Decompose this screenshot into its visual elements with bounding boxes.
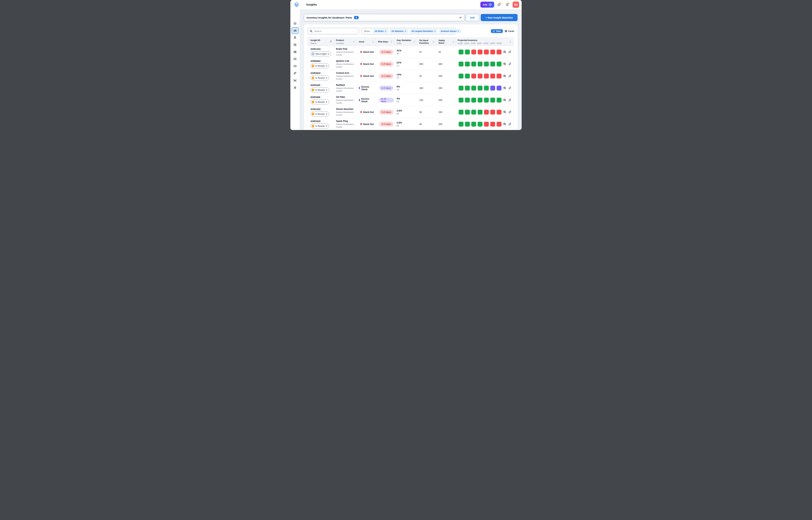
analyze-pulse-icon[interactable] bbox=[503, 62, 506, 66]
sort-icon[interactable] bbox=[432, 41, 434, 43]
sort-icon[interactable] bbox=[414, 41, 415, 43]
sidebar-item-network[interactable] bbox=[292, 78, 298, 83]
user-avatar[interactable]: RS bbox=[512, 1, 519, 8]
column-header[interactable]: On Hand Inventory bbox=[417, 37, 436, 46]
product-cell: Ignition Coil Atlanta Distribution Cente… bbox=[333, 58, 356, 70]
projection-square bbox=[478, 61, 482, 67]
table-row: SOR1632 In Review Shock Absorber Atl bbox=[308, 106, 513, 118]
filter-chip[interactable]: All Risks ✕ bbox=[373, 29, 388, 33]
status-dropdown[interactable]: In Review bbox=[310, 87, 329, 92]
sort-icon[interactable] bbox=[353, 41, 355, 43]
watchlist-select[interactable]: Inventory Insights for Southeast / Parts… bbox=[304, 14, 465, 21]
projection-square bbox=[497, 61, 502, 67]
swap-repeat-icon[interactable] bbox=[508, 50, 511, 53]
safety-stock-cell: 200 bbox=[436, 82, 456, 94]
projection-square bbox=[484, 61, 489, 67]
filter-chip[interactable]: All Largest Deiviation ✕ bbox=[410, 29, 438, 33]
sort-icon[interactable] bbox=[453, 41, 454, 43]
sort-icon[interactable] bbox=[391, 41, 392, 43]
projection-squares bbox=[458, 50, 502, 54]
row-actions bbox=[503, 74, 511, 78]
column-header[interactable]: Projected Inventory 11/2811/2911/3012/01… bbox=[456, 37, 512, 46]
chip-close-icon[interactable]: ✕ bbox=[458, 30, 459, 32]
projection-square bbox=[458, 74, 464, 78]
issue-label: Stock Out bbox=[363, 63, 374, 65]
product-cell: Shock Absorber Atlanta Distribution Cent… bbox=[333, 106, 356, 118]
product-name: Control Arm bbox=[336, 72, 356, 74]
column-subtitle: Units bbox=[397, 42, 412, 45]
deviation-units: 50 bbox=[397, 100, 417, 103]
sort-icon[interactable] bbox=[372, 41, 374, 43]
column-subtitle: Location bbox=[336, 42, 352, 45]
view-table-button[interactable]: Table bbox=[491, 29, 503, 33]
swap-repeat-icon[interactable] bbox=[508, 99, 511, 102]
projection-square bbox=[458, 122, 464, 127]
projection-squares bbox=[458, 110, 502, 114]
analyze-pulse-icon[interactable] bbox=[503, 99, 506, 102]
deviation-cell: 3.8% 89 bbox=[394, 106, 417, 118]
swap-repeat-icon[interactable] bbox=[508, 110, 511, 113]
projection-squares bbox=[458, 74, 502, 78]
column-header[interactable]: Risk Days bbox=[375, 37, 394, 46]
search-input[interactable] bbox=[314, 30, 357, 33]
swap-repeat-icon[interactable] bbox=[508, 62, 511, 66]
status-dropdown[interactable]: In Review bbox=[310, 76, 329, 80]
column-header[interactable]: Insight ID Status bbox=[308, 37, 333, 46]
sidebar-item-insights[interactable] bbox=[291, 27, 299, 34]
risk-days-cell: In 2 days bbox=[375, 46, 394, 58]
product-name: Oil Filter bbox=[336, 96, 356, 98]
swap-repeat-icon[interactable] bbox=[508, 86, 511, 89]
on-hand-value: 154 bbox=[419, 99, 436, 101]
status-dropdown[interactable]: In Review bbox=[310, 100, 329, 104]
sort-icon[interactable] bbox=[330, 41, 332, 43]
status-dropdown[interactable]: In Review bbox=[310, 63, 329, 68]
status-dropdown[interactable]: New Insight bbox=[310, 52, 331, 56]
column-header[interactable]: Avg. Deviation Units bbox=[394, 37, 417, 46]
issue-cell: Excess Stock bbox=[356, 82, 375, 94]
swap-repeat-icon[interactable] bbox=[508, 123, 511, 126]
analyze-pulse-icon[interactable] bbox=[503, 74, 506, 78]
status-dropdown[interactable]: In Review bbox=[310, 112, 329, 116]
row-actions bbox=[503, 110, 511, 113]
notifications-button[interactable] bbox=[504, 1, 510, 8]
analyze-pulse-icon[interactable] bbox=[503, 123, 506, 126]
safety-stock-value: 200 bbox=[439, 123, 456, 126]
feedback-button[interactable] bbox=[496, 1, 502, 8]
analyze-pulse-icon[interactable] bbox=[503, 50, 506, 53]
analyze-pulse-icon[interactable] bbox=[503, 86, 506, 89]
sidebar-item-sustainability[interactable] bbox=[292, 70, 298, 76]
on-hand-cell: 40 bbox=[417, 118, 436, 130]
ask-button[interactable]: Ask bbox=[480, 2, 494, 8]
sidebar-item-tracking[interactable] bbox=[292, 85, 298, 90]
filter-chip[interactable]: All Statuses ✕ bbox=[390, 29, 408, 33]
leaf-icon bbox=[293, 71, 297, 75]
column-header[interactable]: Safety Stock bbox=[436, 37, 456, 46]
swap-repeat-icon[interactable] bbox=[508, 74, 511, 78]
chip-close-icon[interactable]: ✕ bbox=[385, 30, 386, 32]
insight-id: SOR1632 bbox=[310, 120, 333, 123]
product-cell: Spark Plug Atlanta Distribution Center bbox=[333, 118, 356, 130]
column-header[interactable]: Issue bbox=[356, 37, 375, 46]
product-location: Atlanta Distribution Center bbox=[336, 123, 356, 128]
sidebar-item-products[interactable] bbox=[292, 42, 298, 48]
projection-square bbox=[465, 86, 470, 90]
column-header[interactable]: Product Location bbox=[333, 37, 356, 46]
sidebar-item-locations[interactable] bbox=[292, 35, 298, 41]
new-insight-watchlist-button[interactable]: + New Insight Watchlist bbox=[481, 14, 517, 21]
edit-watchlist-button[interactable]: Edit bbox=[466, 14, 479, 21]
status-dropdown[interactable]: In Review bbox=[310, 124, 329, 128]
sidebar-item-calendar[interactable] bbox=[292, 63, 298, 69]
analyze-pulse-icon[interactable] bbox=[503, 110, 506, 113]
filter-chip[interactable]: Soonest Impact ✕ bbox=[439, 29, 461, 33]
chip-close-icon[interactable]: ✕ bbox=[434, 30, 436, 32]
sidebar-item-chart-board[interactable] bbox=[292, 56, 298, 62]
table-row: ESR3445 In Review Radiator Atlanta D bbox=[308, 82, 513, 94]
projection-square bbox=[471, 110, 476, 114]
sort-icon[interactable] bbox=[509, 41, 511, 43]
notification-dot bbox=[499, 3, 501, 4]
sidebar-item-home[interactable] bbox=[292, 20, 298, 26]
insight-id: SOR8484 bbox=[310, 60, 333, 62]
sidebar-item-list[interactable] bbox=[292, 49, 298, 55]
chip-close-icon[interactable]: ✕ bbox=[405, 30, 406, 32]
view-cards-button[interactable]: Cards bbox=[503, 29, 516, 33]
